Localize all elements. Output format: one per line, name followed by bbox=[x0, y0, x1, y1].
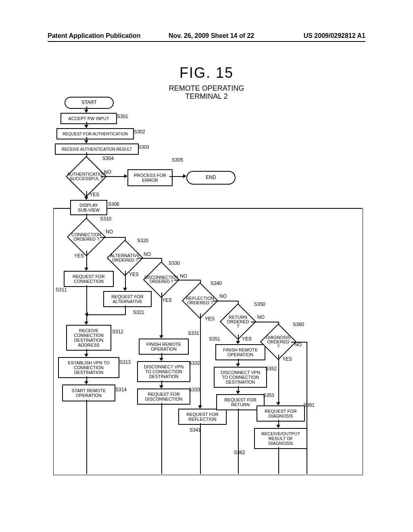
flowchart: START ACCEPT PW INPUT S301 REQUEST FOR A… bbox=[56, 97, 363, 500]
tag-s362: S362 bbox=[234, 450, 245, 455]
tag-s304: S304 bbox=[102, 156, 114, 161]
decision-s330: DISCONNECTION ORDERED ? bbox=[148, 267, 174, 293]
label-s351: FINISH REMOTE OPERATION bbox=[223, 347, 258, 357]
label-s306: DISPLAY SUB-VIEW bbox=[78, 203, 100, 212]
label-s352: DISCONNECT VPN TO CONNECTION DESTINATION bbox=[221, 370, 260, 384]
label-s303: RECEIVE AUTHENTICATION RESULT bbox=[62, 147, 132, 152]
page-header: Patent Application Publication Nov. 26, … bbox=[48, 32, 365, 42]
box-s306: DISPLAY SUB-VIEW bbox=[70, 200, 107, 215]
label-s302: REQUEST FOR AUTHENTICATION bbox=[63, 132, 127, 136]
decision-s350: RETURN ORDERED ? bbox=[225, 309, 251, 335]
label-s310: CONNECTION ORDERED ? bbox=[73, 223, 100, 251]
tag-s303: S303 bbox=[138, 144, 149, 150]
branch-no-s330: NO bbox=[180, 273, 187, 279]
box-s312: RECEIVE CONNECTION DESTINATION ADDRESS bbox=[66, 325, 111, 351]
start-label: START bbox=[81, 100, 97, 105]
tag-s351: S351 bbox=[209, 336, 220, 342]
label-s353: REQUEST FOR RETURN bbox=[224, 397, 256, 407]
tag-s340: S340 bbox=[211, 281, 222, 286]
start-terminator: START bbox=[65, 97, 114, 109]
label-s360: DIAGNOSIS ORDERED ? bbox=[265, 329, 291, 355]
decision-s320: ALTERNATIVE ORDERED ? bbox=[112, 245, 138, 271]
tag-s330: S330 bbox=[169, 260, 180, 266]
branch-no-s310: NO bbox=[106, 229, 113, 235]
tag-s332: S332 bbox=[189, 360, 200, 366]
box-s314: START REMOTE OPERATION bbox=[62, 384, 115, 401]
end-label: END bbox=[206, 175, 216, 180]
box-s331: FINISH REMOTE OPERATION bbox=[139, 339, 189, 355]
branch-no-s350: NO bbox=[257, 314, 265, 320]
header-right: US 2009/0292812 A1 bbox=[304, 32, 365, 39]
box-s305: PROCESS FOR ERROR bbox=[127, 169, 173, 186]
branch-no-s304: NO bbox=[104, 169, 111, 175]
branch-yes-s350: YES bbox=[242, 336, 252, 342]
box-s313: ESTABLISH VPN TO CONNECTION DESTINATION bbox=[58, 357, 119, 378]
page: Patent Application Publication Nov. 26, … bbox=[0, 0, 413, 532]
tag-s302: S302 bbox=[134, 129, 145, 135]
tag-s341: S341 bbox=[190, 427, 201, 433]
branch-yes-s360: YES bbox=[282, 356, 292, 362]
box-s332: DISCONNECT VPN TO CONNECTION DESTINATION bbox=[137, 361, 190, 382]
branch-yes-s320: YES bbox=[129, 272, 139, 277]
label-s362: RECEIVE/OUTPUT RESULT OF DIAGNOSIS bbox=[261, 431, 300, 446]
header-mid: Nov. 26, 2009 Sheet 14 of 22 bbox=[169, 32, 254, 39]
label-s320: ALTERNATIVE ORDERED ? bbox=[112, 245, 138, 271]
tag-s311: S311 bbox=[56, 287, 67, 293]
label-s341: REQUEST FOR REFLECTION bbox=[186, 412, 218, 422]
tag-s360: S360 bbox=[293, 322, 304, 327]
label-s332: DISCONNECT VPN TO CONNECTION DESTINATION bbox=[144, 364, 184, 379]
decision-s360: DIAGNOSIS ORDERED ? bbox=[265, 329, 291, 355]
label-s311: REQUEST FOR CONNECTION bbox=[73, 274, 104, 284]
tag-s333: S333 bbox=[189, 387, 200, 393]
tag-s321: S321 bbox=[133, 310, 144, 315]
end-terminator: END bbox=[186, 171, 236, 185]
label-s330: DISCONNECTION ORDERED ? bbox=[148, 267, 174, 293]
branch-yes-s310: YES bbox=[74, 253, 84, 259]
label-s350: RETURN ORDERED ? bbox=[225, 309, 251, 335]
tag-s320: S320 bbox=[137, 238, 148, 243]
tag-s331: S331 bbox=[188, 330, 199, 336]
box-s302: REQUEST FOR AUTHENTICATION bbox=[56, 128, 134, 139]
tag-s352: S352 bbox=[265, 366, 277, 372]
tag-s350: S350 bbox=[254, 301, 265, 307]
label-s340: REFLECTION ORDERED ? bbox=[187, 288, 213, 314]
tag-s314: S314 bbox=[115, 387, 127, 393]
tag-s312: S312 bbox=[112, 329, 123, 335]
box-s341: REQUEST FOR REFLECTION bbox=[178, 409, 227, 425]
label-s305: PROCESS FOR ERROR bbox=[134, 173, 166, 183]
branch-yes-s330: YES bbox=[162, 297, 172, 303]
decision-s304: AUTHENTICATION SUCCESSFUL ? bbox=[72, 162, 101, 191]
box-s333: REQUEST FOR DISCONNECTION bbox=[137, 389, 190, 405]
label-s321: REQUEST FOR ALTERNATIVE bbox=[111, 294, 143, 304]
box-s301: ACCEPT PW INPUT bbox=[60, 113, 117, 124]
tag-s306: S306 bbox=[108, 202, 119, 207]
label-s304: AUTHENTICATION SUCCESSFUL ? bbox=[72, 162, 101, 191]
label-s313: ESTABLISH VPN TO CONNECTION DESTINATION bbox=[68, 360, 109, 375]
box-s303: RECEIVE AUTHENTICATION RESULT bbox=[55, 143, 139, 155]
header-left: Patent Application Publication bbox=[48, 32, 141, 39]
label-s301: ACCEPT PW INPUT bbox=[68, 116, 109, 121]
branch-no-s320: NO bbox=[144, 251, 151, 257]
tag-s301: S301 bbox=[117, 114, 128, 119]
box-s321: REQUEST FOR ALTERNATIVE bbox=[103, 291, 152, 307]
label-s333: REQUEST FOR DISCONNECTION bbox=[145, 392, 182, 401]
box-s361: REQUEST FOR DIAGNOSIS bbox=[257, 405, 305, 422]
box-s352: DISCONNECT VPN TO CONNECTION DESTINATION bbox=[214, 367, 267, 388]
box-s351: FINISH REMOTE OPERATION bbox=[215, 344, 265, 360]
decision-s310: CONNECTION ORDERED ? bbox=[73, 223, 100, 251]
label-s314: START REMOTE OPERATION bbox=[72, 388, 106, 398]
branch-yes-s304: YES bbox=[90, 192, 99, 197]
box-s311: REQUEST FOR CONNECTION bbox=[64, 271, 114, 287]
tag-s353: S353 bbox=[263, 393, 274, 398]
decision-s340: REFLECTION ORDERED ? bbox=[187, 288, 213, 314]
label-s331: FINISH REMOTE OPERATION bbox=[146, 342, 181, 351]
branch-no-s360: NO bbox=[294, 342, 302, 347]
figure-title: FIG. 15 bbox=[0, 64, 413, 81]
branch-yes-s340: YES bbox=[205, 316, 215, 322]
tag-s305: S305 bbox=[172, 157, 183, 163]
branch-no-s340: NO bbox=[219, 293, 227, 299]
tag-s361: S361 bbox=[303, 402, 315, 408]
tag-s313: S313 bbox=[119, 360, 131, 365]
label-s361: REQUEST FOR DIAGNOSIS bbox=[265, 409, 296, 418]
box-s362: RECEIVE/OUTPUT RESULT OF DIAGNOSIS bbox=[254, 428, 307, 449]
